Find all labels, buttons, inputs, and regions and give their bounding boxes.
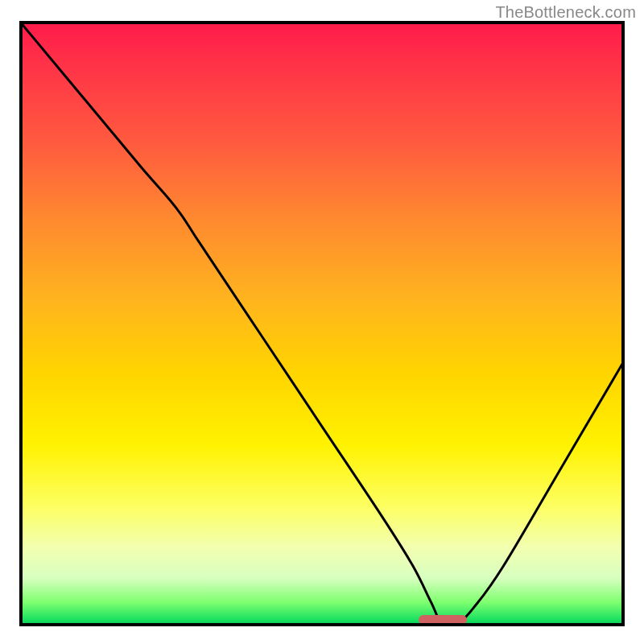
bottleneck-curve bbox=[19, 21, 625, 626]
optimal-marker bbox=[419, 615, 467, 625]
watermark-text: TheBottleneck.com bbox=[495, 3, 636, 22]
plot-area bbox=[19, 21, 625, 626]
chart-container: TheBottleneck.com bbox=[0, 0, 644, 644]
